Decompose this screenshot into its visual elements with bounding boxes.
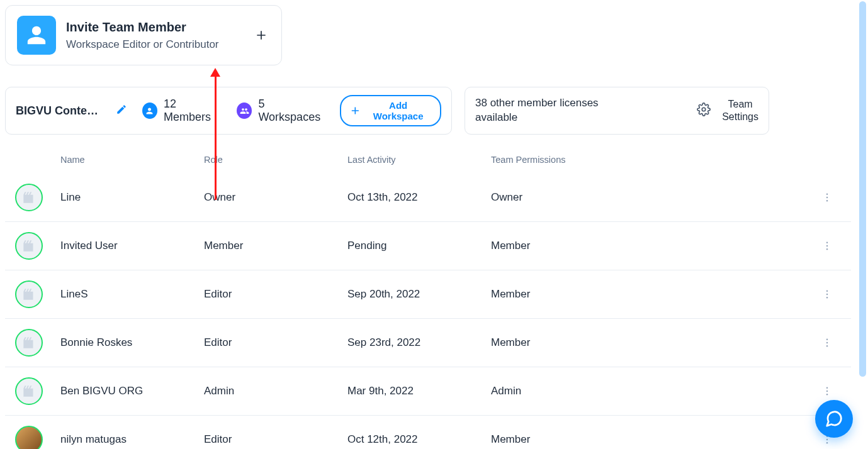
member-permissions: Member xyxy=(491,433,808,446)
workspaces-count-label: 5 Workspaces xyxy=(258,97,324,124)
workspaces-count: 5 Workspaces xyxy=(237,97,324,124)
member-role: Editor xyxy=(204,336,347,349)
member-avatar xyxy=(15,280,43,308)
licenses-available-text: 38 other member licenses available xyxy=(475,96,614,125)
workspace-info-bar: BIGVU Content... 12 Members 5 Workspaces… xyxy=(5,87,452,135)
member-permissions: Member xyxy=(491,240,808,252)
table-row: LineSEditorSep 20th, 2022Member xyxy=(5,270,851,319)
table-row: Invited UserMemberPendingMember xyxy=(5,222,851,270)
svg-point-9 xyxy=(826,297,828,298)
member-avatar xyxy=(15,232,43,260)
col-role: Role xyxy=(204,155,347,165)
svg-point-17 xyxy=(826,439,828,440)
add-workspace-label: Add Workspace xyxy=(365,100,431,121)
member-permissions: Member xyxy=(491,336,808,349)
member-permissions: Admin xyxy=(491,385,808,397)
svg-point-11 xyxy=(826,342,828,343)
team-settings-link[interactable]: TeamSettings xyxy=(722,98,758,123)
add-workspace-button[interactable]: Add Workspace xyxy=(340,95,441,126)
member-name: nilyn matugas xyxy=(60,433,204,446)
member-avatar xyxy=(15,426,43,449)
svg-point-10 xyxy=(826,339,828,340)
member-role: Editor xyxy=(204,288,347,301)
svg-point-18 xyxy=(826,442,828,443)
row-menu-button[interactable] xyxy=(808,240,846,252)
row-menu-button[interactable] xyxy=(808,385,846,397)
col-last-activity: Last Activity xyxy=(347,155,491,165)
table-row: Ben BIGVU ORGAdminMar 9th, 2022Admin xyxy=(5,367,851,416)
member-avatar xyxy=(15,184,43,211)
row-menu-button[interactable] xyxy=(808,337,846,348)
svg-point-8 xyxy=(826,294,828,295)
member-last-activity: Oct 13th, 2022 xyxy=(347,191,491,204)
svg-point-4 xyxy=(826,242,828,243)
workspace-name: BIGVU Content... xyxy=(16,104,101,118)
member-last-activity: Pending xyxy=(347,240,491,252)
svg-point-13 xyxy=(826,387,828,389)
invite-text-block: Invite Team Member Workspace Editor or C… xyxy=(66,20,252,51)
svg-point-12 xyxy=(826,345,828,346)
svg-point-15 xyxy=(826,394,828,395)
svg-point-3 xyxy=(826,200,828,201)
member-role: Member xyxy=(204,240,347,252)
member-name: Line xyxy=(60,191,204,204)
member-name: Ben BIGVU ORG xyxy=(60,385,204,397)
invite-avatar-icon xyxy=(17,16,56,55)
svg-point-6 xyxy=(826,248,828,250)
member-permissions: Member xyxy=(491,288,808,301)
edit-workspace-icon[interactable] xyxy=(116,104,127,118)
member-permissions: Owner xyxy=(491,191,808,204)
member-name: Invited User xyxy=(60,240,204,252)
col-name: Name xyxy=(60,155,204,165)
member-last-activity: Mar 9th, 2022 xyxy=(347,385,491,397)
settings-gear-icon[interactable] xyxy=(697,103,711,119)
invite-subtitle: Workspace Editor or Contributor xyxy=(66,38,252,51)
chat-support-button[interactable] xyxy=(815,400,853,438)
svg-point-5 xyxy=(826,245,828,247)
svg-point-7 xyxy=(826,291,828,292)
svg-point-1 xyxy=(826,194,828,195)
table-row: LineOwnerOct 13th, 2022Owner xyxy=(5,174,851,222)
license-info-bar: 38 other member licenses available TeamS… xyxy=(465,87,769,135)
col-team-permissions: Team Permissions xyxy=(491,155,808,165)
workspaces-icon xyxy=(237,103,252,119)
member-role: Admin xyxy=(204,385,347,397)
row-menu-button[interactable] xyxy=(808,192,846,203)
invite-plus-button[interactable] xyxy=(252,26,270,44)
members-table: Name Role Last Activity Team Permissions… xyxy=(5,155,851,449)
invite-title: Invite Team Member xyxy=(66,20,252,35)
members-count: 12 Members xyxy=(142,97,222,124)
table-row: Bonnie RoskesEditorSep 23rd, 2022Member xyxy=(5,319,851,367)
members-icon xyxy=(142,103,157,119)
scrollbar[interactable] xyxy=(859,1,866,377)
invite-team-card[interactable]: Invite Team Member Workspace Editor or C… xyxy=(5,5,282,65)
member-name: Bonnie Roskes xyxy=(60,336,204,349)
member-avatar xyxy=(15,377,43,405)
members-count-label: 12 Members xyxy=(164,97,222,124)
member-avatar xyxy=(15,329,43,357)
member-role: Owner xyxy=(204,191,347,204)
table-header-row: Name Role Last Activity Team Permissions xyxy=(5,155,851,174)
svg-point-0 xyxy=(702,108,706,111)
member-role: Editor xyxy=(204,433,347,446)
svg-point-14 xyxy=(826,391,828,392)
member-last-activity: Oct 12th, 2022 xyxy=(347,433,491,446)
member-name: LineS xyxy=(60,288,204,301)
member-last-activity: Sep 20th, 2022 xyxy=(347,288,491,301)
row-menu-button[interactable] xyxy=(808,289,846,300)
svg-point-2 xyxy=(826,197,828,198)
member-last-activity: Sep 23rd, 2022 xyxy=(347,336,491,349)
table-row: nilyn matugasEditorOct 12th, 2022Member xyxy=(5,416,851,449)
